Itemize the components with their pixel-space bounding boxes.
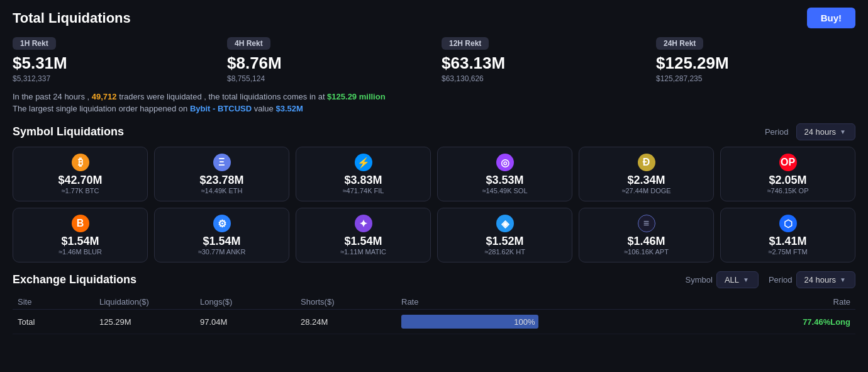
matic-icon: ✦	[355, 215, 372, 232]
exchange-table: SiteLiquidation($)Longs($)Shorts($)RateR…	[13, 295, 855, 334]
symbol-usd: $23.78M	[199, 174, 243, 187]
stat-sub: $5,312,337	[13, 74, 212, 83]
stat-value: $8.76M	[227, 54, 426, 73]
page-title: Total Liquidations	[13, 10, 131, 26]
chevron-down-icon: ▼	[840, 128, 846, 135]
stat-value: $125.29M	[656, 54, 855, 73]
stat-value: $5.31M	[13, 54, 212, 73]
symbol-amt: ≈106.16K APT	[624, 248, 669, 256]
stat-sub: $8,755,124	[227, 74, 426, 83]
symbol-card: OP $2.05M ≈746.15K OP	[720, 147, 855, 201]
doge-icon: Ð	[638, 154, 655, 171]
symbol-usd: $1.41M	[769, 235, 806, 248]
symbol-amt: ≈145.49K SOL	[482, 187, 527, 194]
symbol-label: Symbol	[686, 275, 713, 285]
stat-card: 24H Rekt $125.29M $125,287,235	[656, 37, 855, 83]
stat-badge: 24H Rekt	[656, 37, 703, 50]
symbol-usd: $1.54M	[203, 235, 240, 248]
ftm-icon: ⬡	[779, 215, 797, 232]
symbol-value: ALL	[725, 275, 739, 285]
op-icon: OP	[779, 154, 797, 171]
period-value: 24 hours	[804, 127, 837, 137]
symbol-amt: ≈30.77M ANKR	[198, 248, 246, 256]
symbol-amt: ≈27.44M DOGE	[621, 187, 670, 194]
period-dropdown[interactable]: 24 hours ▼	[796, 123, 856, 140]
symbol-card: ₿ $42.70M ≈1.77K BTC	[13, 147, 148, 201]
symbol-card: ⚙ $1.54M ≈30.77M ANKR	[154, 208, 289, 262]
fil-icon: ⚡	[355, 154, 372, 171]
symbol-usd: $1.54M	[61, 235, 99, 248]
symbol-amt: ≈1.46M BLUR	[58, 248, 102, 256]
symbol-usd: $2.05M	[769, 174, 806, 187]
table-header: Liquidation($)	[94, 295, 195, 310]
period-select: Period 24 hours ▼	[765, 123, 855, 140]
symbol-usd: $42.70M	[58, 174, 102, 187]
exchange-liquidations-title: Exchange Liquidations	[13, 273, 136, 286]
symbol-card: ⚡ $3.83M ≈471.74K FIL	[296, 147, 431, 201]
symbol-amt: ≈14.49K ETH	[201, 187, 243, 194]
btc-icon: ₿	[72, 154, 89, 171]
period-label: Period	[765, 127, 789, 137]
exchange-period-dropdown[interactable]: 24 hours ▼	[796, 271, 856, 288]
exchange-controls: Symbol ALL ▼ Period 24 hours ▼	[686, 271, 855, 288]
shorts-cell: 28.24M	[296, 310, 396, 334]
symbol-dropdown[interactable]: ALL ▼	[716, 271, 759, 288]
stat-card: 1H Rekt $5.31M $5,312,337	[13, 37, 212, 83]
blur-icon: B	[72, 215, 89, 232]
symbol-amt: ≈1.77K BTC	[62, 187, 99, 194]
table-header: Rate	[396, 295, 543, 310]
table-header: Longs($)	[195, 295, 296, 310]
stats-row: 1H Rekt $5.31M $5,312,337 4H Rekt $8.76M…	[13, 37, 855, 83]
stat-badge: 1H Rekt	[13, 37, 56, 50]
exchange-period-label: Period	[769, 275, 793, 285]
apt-icon: ≡	[638, 215, 655, 232]
symbol-card: Ð $2.34M ≈27.44M DOGE	[579, 147, 714, 201]
stat-badge: 12H Rekt	[442, 37, 489, 50]
chevron-down-icon-symbol: ▼	[743, 276, 749, 283]
symbol-card: ⬡ $1.41M ≈2.75M FTM	[720, 208, 855, 262]
stat-card: 4H Rekt $8.76M $8,755,124	[227, 37, 426, 83]
eth-icon: Ξ	[213, 154, 231, 171]
liquidation-cell: 125.29M	[94, 310, 195, 334]
symbol-card: ◎ $3.53M ≈145.49K SOL	[437, 147, 572, 201]
symbol-grid: ₿ $42.70M ≈1.77K BTC Ξ $23.78M ≈14.49K E…	[13, 147, 855, 201]
symbol-usd: $1.54M	[344, 235, 382, 248]
site-cell: Total	[13, 310, 94, 334]
ankr-icon: ⚙	[213, 215, 231, 232]
table-header: Site	[13, 295, 94, 310]
symbol-card: B $1.54M ≈1.46M BLUR	[13, 208, 148, 262]
info-line1: In the past 24 hours , 49,712 traders we…	[13, 92, 855, 101]
chevron-down-icon-period: ▼	[840, 276, 846, 283]
symbol-amt: ≈2.75M FTM	[768, 248, 807, 256]
symbol-card: ≡ $1.46M ≈106.16K APT	[579, 208, 714, 262]
symbol-amt: ≈746.15K OP	[767, 187, 809, 194]
sol-icon: ◎	[496, 154, 514, 171]
stat-badge: 4H Rekt	[227, 37, 270, 50]
symbol-card: Ξ $23.78M ≈14.49K ETH	[154, 147, 289, 201]
long-rate-cell: 77.46%Long	[543, 310, 855, 334]
stat-sub: $63,130,626	[442, 74, 641, 83]
stat-value: $63.13M	[442, 54, 641, 73]
table-header: Shorts($)	[296, 295, 396, 310]
table-row: Total 125.29M 97.04M 28.24M 100% 77.46%L…	[13, 310, 855, 334]
symbol-card: ◈ $1.52M ≈281.62K HT	[437, 208, 572, 262]
symbol-amt: ≈471.74K FIL	[343, 187, 384, 194]
info-line2: The largest single liquidation order hap…	[13, 104, 855, 113]
symbol-amt: ≈281.62K HT	[484, 248, 525, 256]
symbol-usd: $1.52M	[486, 235, 523, 248]
ht-icon: ◈	[496, 215, 514, 232]
symbol-liquidations-title: Symbol Liquidations	[13, 125, 124, 138]
stat-card: 12H Rekt $63.13M $63,130,626	[442, 37, 641, 83]
rate-bar-cell: 100%	[396, 310, 543, 334]
buy-button[interactable]: Buy!	[807, 8, 855, 28]
symbol-usd: $1.46M	[627, 235, 665, 248]
exchange-period-value: 24 hours	[804, 275, 837, 285]
symbol-grid-row2: B $1.54M ≈1.46M BLUR ⚙ $1.54M ≈30.77M AN…	[13, 208, 855, 262]
symbol-amt: ≈1.11M MATIC	[340, 248, 386, 256]
longs-cell: 97.04M	[195, 310, 296, 334]
symbol-usd: $3.83M	[344, 174, 382, 187]
symbol-usd: $2.34M	[627, 174, 665, 187]
table-header: Rate	[543, 295, 855, 310]
stat-sub: $125,287,235	[656, 74, 855, 83]
symbol-card: ✦ $1.54M ≈1.11M MATIC	[296, 208, 431, 262]
